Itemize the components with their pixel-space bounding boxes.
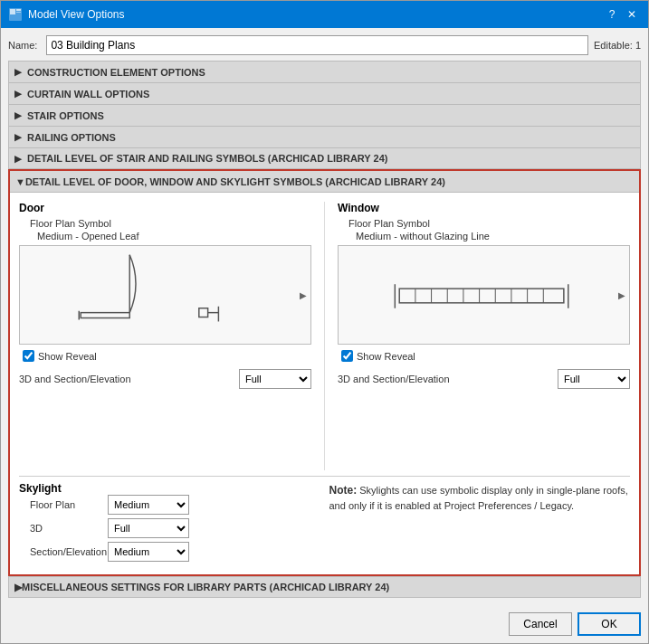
section-construction[interactable]: ▶ CONSTRUCTION ELEMENT OPTIONS xyxy=(8,61,641,82)
skylight-se-select[interactable]: Medium Full Minimal xyxy=(108,542,189,562)
skylight-se-row: Section/Elevation Medium Full Minimal xyxy=(19,542,320,562)
note-col: Note: Skylights can use symbolic display… xyxy=(329,482,631,565)
svg-rect-4 xyxy=(81,313,129,318)
door-se-row: 3D and Section/Elevation Full Medium Min… xyxy=(19,369,311,389)
door-show-reveal-label: Show Reveal xyxy=(38,351,97,362)
help-button[interactable]: ? xyxy=(603,5,621,24)
skylight-floor-plan-row: Floor Plan Medium Full Minimal xyxy=(19,495,320,515)
window-show-reveal-row: Show Reveal xyxy=(338,350,630,362)
note-title: Note: xyxy=(329,484,358,497)
section-railing[interactable]: ▶ RAILING OPTIONS xyxy=(8,126,641,147)
close-button[interactable]: ✕ xyxy=(623,5,641,24)
svg-rect-10 xyxy=(399,289,564,303)
svg-rect-3 xyxy=(16,12,21,13)
svg-rect-1 xyxy=(10,9,15,14)
skylight-title: Skylight xyxy=(19,482,62,495)
title-bar: Model View Options ? ✕ xyxy=(1,1,648,28)
svg-rect-2 xyxy=(16,9,21,11)
section-label: RAILING OPTIONS xyxy=(27,132,116,143)
door-col: Door Floor Plan Symbol Medium - Opened L… xyxy=(19,202,311,470)
model-view-options-dialog: Model View Options ? ✕ Name: Editable: 1… xyxy=(0,0,649,644)
svg-rect-6 xyxy=(199,308,208,317)
window-col: Window Floor Plan Symbol Medium - withou… xyxy=(338,202,630,470)
window-se-label: 3D and Section/Elevation xyxy=(338,374,550,384)
preview-arrow-icon: ▶ xyxy=(300,290,307,300)
ok-button[interactable]: OK xyxy=(577,612,641,636)
note-text: Skylights can use symbolic display only … xyxy=(329,485,628,511)
door-floor-plan-label: Floor Plan Symbol xyxy=(19,218,311,229)
skylight-3d-select[interactable]: Full Medium Minimal xyxy=(108,518,189,538)
window-symbol-name: Medium - without Glazing Line xyxy=(338,231,630,242)
title-bar-controls: ? ✕ xyxy=(603,5,641,24)
preview-arrow-icon: ▶ xyxy=(618,290,625,300)
name-row: Name: Editable: 1 xyxy=(8,35,641,55)
skylight-fp-label: Floor Plan xyxy=(19,499,100,510)
arrow-icon: ▼ xyxy=(15,176,25,187)
name-input[interactable] xyxy=(46,35,588,55)
section-stair[interactable]: ▶ STAIR OPTIONS xyxy=(8,104,641,126)
editable-label: Editable: 1 xyxy=(594,40,641,51)
door-drawing xyxy=(20,246,310,344)
expanded-section-door-window: ▼ DETAIL LEVEL OF DOOR, WINDOW AND SKYLI… xyxy=(8,169,641,576)
window-show-reveal-label: Show Reveal xyxy=(357,351,415,362)
button-row: Cancel OK xyxy=(1,605,648,643)
expanded-section-label: DETAIL LEVEL OF DOOR, WINDOW AND SKYLIGH… xyxy=(25,176,445,187)
door-show-reveal-checkbox[interactable] xyxy=(23,350,34,362)
skylight-fp-select[interactable]: Medium Full Minimal xyxy=(108,495,189,515)
skylight-3d-row: 3D Full Medium Minimal xyxy=(19,518,320,538)
section-label: CURTAIN WALL OPTIONS xyxy=(27,89,149,99)
section-curtain-wall[interactable]: ▶ CURTAIN WALL OPTIONS xyxy=(8,82,641,104)
skylight-se-label: Section/Elevation xyxy=(19,546,100,557)
section-label: DETAIL LEVEL OF STAIR AND RAILING SYMBOL… xyxy=(27,153,387,164)
name-label: Name: xyxy=(8,40,37,51)
window-floor-plan-label: Floor Plan Symbol xyxy=(338,218,630,229)
window-se-row: 3D and Section/Elevation Full Medium Min… xyxy=(338,369,630,389)
window-title: Window xyxy=(338,202,630,214)
sections-container: ▶ CONSTRUCTION ELEMENT OPTIONS ▶ CURTAIN… xyxy=(8,61,641,598)
section-stair-railing-detail[interactable]: ▶ DETAIL LEVEL OF STAIR AND RAILING SYMB… xyxy=(8,147,641,169)
dialog-title: Model View Options xyxy=(28,8,603,21)
door-title: Door xyxy=(19,202,311,214)
door-show-reveal-row: Show Reveal xyxy=(19,350,311,362)
section-label: CONSTRUCTION ELEMENT OPTIONS xyxy=(27,67,205,78)
expanded-section-header[interactable]: ▼ DETAIL LEVEL OF DOOR, WINDOW AND SKYLI… xyxy=(10,171,639,193)
door-symbol-preview: ▶ xyxy=(19,245,311,345)
arrow-icon: ▶ xyxy=(14,110,22,120)
door-se-select[interactable]: Full Medium Minimal xyxy=(239,369,311,389)
window-show-reveal-checkbox[interactable] xyxy=(341,350,353,362)
content-area: Name: Editable: 1 ▶ CONSTRUCTION ELEMENT… xyxy=(1,28,648,605)
skylight-3d-label: 3D xyxy=(19,523,100,534)
arrow-icon: ▶ xyxy=(14,89,22,99)
divider xyxy=(19,476,630,477)
vertical-divider xyxy=(324,202,325,470)
section-label: MISCELLANEOUS SETTINGS FOR LIBRARY PARTS… xyxy=(22,582,389,592)
window-se-select[interactable]: Full Medium Minimal xyxy=(558,369,630,389)
section-misc[interactable]: ▶ MISCELLANEOUS SETTINGS FOR LIBRARY PAR… xyxy=(8,576,641,598)
section-label: STAIR OPTIONS xyxy=(27,110,104,121)
arrow-icon: ▶ xyxy=(14,154,22,164)
skylight-note-row: Skylight Floor Plan Medium Full Minimal xyxy=(19,482,630,565)
door-se-label: 3D and Section/Elevation xyxy=(19,374,232,384)
window-symbol-preview: ▶ xyxy=(338,245,630,345)
cancel-button[interactable]: Cancel xyxy=(509,612,572,636)
window-drawing xyxy=(339,246,629,344)
door-window-row: Door Floor Plan Symbol Medium - Opened L… xyxy=(19,202,630,470)
arrow-icon: ▶ xyxy=(14,582,22,593)
dialog-icon xyxy=(8,7,23,22)
expanded-section-content: Door Floor Plan Symbol Medium - Opened L… xyxy=(10,193,639,574)
arrow-icon: ▶ xyxy=(14,132,22,142)
arrow-icon: ▶ xyxy=(14,67,22,77)
skylight-col: Skylight Floor Plan Medium Full Minimal xyxy=(19,482,320,565)
door-symbol-name: Medium - Opened Leaf xyxy=(19,231,311,242)
